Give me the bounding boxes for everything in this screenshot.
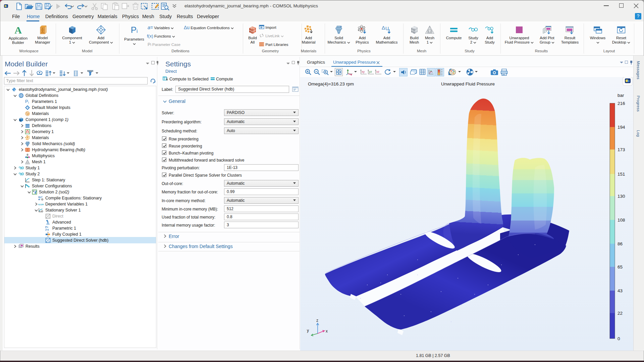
svg-text:P: P: [25, 99, 28, 104]
svg-text:151: 151: [618, 172, 625, 177]
svg-text:U: U: [385, 26, 389, 31]
svg-text:216: 216: [618, 101, 625, 106]
svg-text:z: z: [316, 318, 318, 323]
svg-text:22: 22: [618, 311, 623, 316]
svg-text:y: y: [307, 328, 309, 333]
svg-text:2¹3: 2¹3: [45, 229, 49, 231]
svg-text:xy: xy: [362, 70, 365, 73]
svg-text:xz: xz: [376, 70, 380, 73]
svg-text:86: 86: [618, 241, 623, 246]
svg-text:194: 194: [618, 125, 625, 130]
svg-text:43: 43: [618, 288, 623, 293]
svg-text:at: at: [38, 198, 41, 200]
svg-text:Unwrapped Fluid Pressure: Unwrapped Fluid Pressure: [441, 81, 495, 86]
svg-text:yz: yz: [369, 70, 372, 73]
svg-text:108: 108: [618, 218, 625, 223]
svg-text:0: 0: [618, 336, 620, 341]
svg-text:i: i: [28, 101, 29, 104]
svg-text:u,v,w: u,v,w: [38, 203, 44, 206]
svg-text:x: x: [326, 329, 328, 334]
svg-text:65: 65: [618, 264, 623, 269]
svg-text:Omega(4)=316.23 rpm: Omega(4)=316.23 rpm: [308, 81, 354, 86]
svg-text:bar: bar: [618, 93, 624, 98]
svg-text:130: 130: [618, 194, 625, 199]
svg-text:Δ: Δ: [382, 25, 385, 31]
svg-text:173: 173: [618, 147, 625, 152]
